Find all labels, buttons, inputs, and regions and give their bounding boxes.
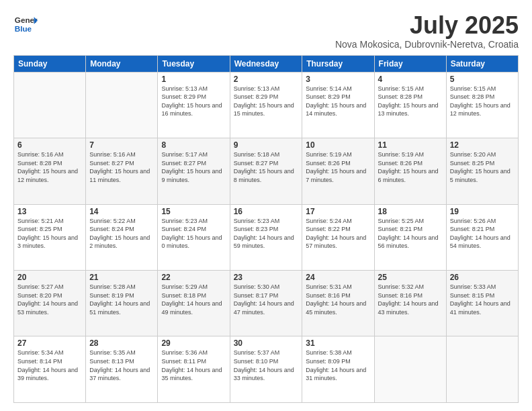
day-info: Sunrise: 5:27 AM Sunset: 8:20 PM Dayligh… — [17, 283, 82, 316]
calendar-cell: 2Sunrise: 5:13 AM Sunset: 8:29 PM Daylig… — [230, 72, 302, 138]
calendar-cell: 28Sunrise: 5:35 AM Sunset: 8:13 PM Dayli… — [86, 336, 158, 403]
calendar-cell: 6Sunrise: 5:16 AM Sunset: 8:28 PM Daylig… — [14, 138, 86, 204]
day-number: 14 — [89, 207, 154, 216]
weekday-header-row: SundayMondayTuesdayWednesdayThursdayFrid… — [14, 55, 519, 72]
day-info: Sunrise: 5:30 AM Sunset: 8:17 PM Dayligh… — [234, 283, 299, 316]
day-info: Sunrise: 5:13 AM Sunset: 8:29 PM Dayligh… — [234, 85, 299, 118]
calendar-cell: 17Sunrise: 5:24 AM Sunset: 8:22 PM Dayli… — [302, 204, 374, 270]
weekday-header-wednesday: Wednesday — [230, 55, 302, 72]
day-info: Sunrise: 5:31 AM Sunset: 8:16 PM Dayligh… — [306, 283, 370, 316]
day-number: 2 — [234, 75, 299, 84]
calendar-cell — [86, 72, 158, 138]
day-info: Sunrise: 5:35 AM Sunset: 8:13 PM Dayligh… — [89, 349, 154, 382]
logo-icon: General Blue — [13, 12, 38, 36]
day-number: 18 — [378, 207, 443, 216]
day-number: 30 — [234, 338, 299, 348]
day-number: 25 — [378, 273, 443, 282]
day-number: 15 — [161, 207, 226, 216]
day-number: 1 — [161, 75, 226, 84]
day-info: Sunrise: 5:29 AM Sunset: 8:18 PM Dayligh… — [161, 283, 226, 316]
day-info: Sunrise: 5:20 AM Sunset: 8:25 PM Dayligh… — [450, 150, 515, 184]
calendar-cell: 11Sunrise: 5:19 AM Sunset: 8:26 PM Dayli… — [374, 138, 446, 204]
calendar-cell: 9Sunrise: 5:18 AM Sunset: 8:27 PM Daylig… — [230, 138, 302, 204]
day-info: Sunrise: 5:16 AM Sunset: 8:27 PM Dayligh… — [89, 150, 154, 184]
day-number: 17 — [306, 207, 370, 216]
day-info: Sunrise: 5:26 AM Sunset: 8:21 PM Dayligh… — [450, 217, 515, 250]
weekday-header-tuesday: Tuesday — [158, 55, 230, 72]
calendar-cell: 16Sunrise: 5:23 AM Sunset: 8:23 PM Dayli… — [230, 204, 302, 270]
weekday-header-saturday: Saturday — [446, 55, 518, 72]
day-number: 5 — [450, 75, 515, 84]
calendar-cell: 19Sunrise: 5:26 AM Sunset: 8:21 PM Dayli… — [446, 204, 518, 270]
day-info: Sunrise: 5:25 AM Sunset: 8:21 PM Dayligh… — [378, 217, 443, 250]
day-info: Sunrise: 5:28 AM Sunset: 8:19 PM Dayligh… — [89, 283, 154, 316]
day-info: Sunrise: 5:33 AM Sunset: 8:15 PM Dayligh… — [450, 283, 515, 316]
day-number: 29 — [161, 338, 226, 348]
calendar-cell: 24Sunrise: 5:31 AM Sunset: 8:16 PM Dayli… — [302, 271, 374, 336]
weekday-header-sunday: Sunday — [14, 55, 86, 72]
calendar-cell: 18Sunrise: 5:25 AM Sunset: 8:21 PM Dayli… — [374, 204, 446, 270]
day-info: Sunrise: 5:18 AM Sunset: 8:27 PM Dayligh… — [234, 150, 299, 184]
day-number: 22 — [161, 273, 226, 282]
calendar-cell — [446, 336, 518, 403]
day-number: 11 — [378, 140, 443, 150]
weekday-header-monday: Monday — [86, 55, 158, 72]
calendar-cell: 15Sunrise: 5:23 AM Sunset: 8:24 PM Dayli… — [158, 204, 230, 270]
calendar-cell: 30Sunrise: 5:37 AM Sunset: 8:10 PM Dayli… — [230, 336, 302, 403]
calendar-cell: 29Sunrise: 5:36 AM Sunset: 8:11 PM Dayli… — [158, 336, 230, 403]
calendar-cell: 14Sunrise: 5:22 AM Sunset: 8:24 PM Dayli… — [86, 204, 158, 270]
calendar-cell: 23Sunrise: 5:30 AM Sunset: 8:17 PM Dayli… — [230, 271, 302, 336]
calendar-cell — [14, 72, 86, 138]
calendar-cell: 22Sunrise: 5:29 AM Sunset: 8:18 PM Dayli… — [158, 271, 230, 336]
day-info: Sunrise: 5:14 AM Sunset: 8:29 PM Dayligh… — [306, 85, 370, 118]
day-info: Sunrise: 5:16 AM Sunset: 8:28 PM Dayligh… — [17, 150, 82, 184]
calendar-cell: 3Sunrise: 5:14 AM Sunset: 8:29 PM Daylig… — [302, 72, 374, 138]
day-number: 24 — [306, 273, 370, 282]
day-number: 23 — [234, 273, 299, 282]
day-number: 12 — [450, 140, 515, 150]
calendar-cell: 10Sunrise: 5:19 AM Sunset: 8:26 PM Dayli… — [302, 138, 374, 204]
day-number: 19 — [450, 207, 515, 216]
day-number: 4 — [378, 75, 443, 84]
calendar-cell: 27Sunrise: 5:34 AM Sunset: 8:14 PM Dayli… — [14, 336, 86, 403]
day-number: 27 — [17, 338, 82, 348]
week-row-5: 27Sunrise: 5:34 AM Sunset: 8:14 PM Dayli… — [14, 336, 519, 403]
title-block: July 2025 Nova Mokosica, Dubrovnik-Neret… — [335, 12, 519, 50]
day-info: Sunrise: 5:23 AM Sunset: 8:23 PM Dayligh… — [234, 217, 299, 250]
day-info: Sunrise: 5:34 AM Sunset: 8:14 PM Dayligh… — [17, 349, 82, 382]
day-number: 20 — [17, 273, 82, 282]
day-number: 7 — [89, 140, 154, 150]
day-info: Sunrise: 5:15 AM Sunset: 8:28 PM Dayligh… — [450, 85, 515, 118]
day-info: Sunrise: 5:23 AM Sunset: 8:24 PM Dayligh… — [161, 217, 226, 250]
calendar-cell: 26Sunrise: 5:33 AM Sunset: 8:15 PM Dayli… — [446, 271, 518, 336]
subtitle: Nova Mokosica, Dubrovnik-Neretva, Croati… — [335, 39, 519, 50]
day-info: Sunrise: 5:32 AM Sunset: 8:16 PM Dayligh… — [378, 283, 443, 316]
day-number: 9 — [234, 140, 299, 150]
day-info: Sunrise: 5:19 AM Sunset: 8:26 PM Dayligh… — [306, 150, 370, 184]
calendar-cell: 5Sunrise: 5:15 AM Sunset: 8:28 PM Daylig… — [446, 72, 518, 138]
calendar-cell: 7Sunrise: 5:16 AM Sunset: 8:27 PM Daylig… — [86, 138, 158, 204]
day-number: 8 — [161, 140, 226, 150]
main-title: July 2025 — [335, 12, 519, 39]
week-row-1: 1Sunrise: 5:13 AM Sunset: 8:29 PM Daylig… — [14, 72, 519, 138]
day-info: Sunrise: 5:38 AM Sunset: 8:09 PM Dayligh… — [306, 349, 370, 382]
calendar-cell — [374, 336, 446, 403]
calendar-cell: 21Sunrise: 5:28 AM Sunset: 8:19 PM Dayli… — [86, 271, 158, 336]
header: General Blue July 2025 Nova Mokosica, Du… — [13, 12, 519, 50]
day-info: Sunrise: 5:13 AM Sunset: 8:29 PM Dayligh… — [161, 85, 226, 118]
calendar-cell: 13Sunrise: 5:21 AM Sunset: 8:25 PM Dayli… — [14, 204, 86, 270]
day-number: 10 — [306, 140, 370, 150]
day-info: Sunrise: 5:37 AM Sunset: 8:10 PM Dayligh… — [234, 349, 299, 382]
day-number: 6 — [17, 140, 82, 150]
week-row-2: 6Sunrise: 5:16 AM Sunset: 8:28 PM Daylig… — [14, 138, 519, 204]
day-number: 3 — [306, 75, 370, 84]
weekday-header-friday: Friday — [374, 55, 446, 72]
day-info: Sunrise: 5:36 AM Sunset: 8:11 PM Dayligh… — [161, 349, 226, 382]
calendar: SundayMondayTuesdayWednesdayThursdayFrid… — [13, 55, 519, 403]
day-number: 16 — [234, 207, 299, 216]
logo: General Blue — [13, 12, 38, 36]
week-row-3: 13Sunrise: 5:21 AM Sunset: 8:25 PM Dayli… — [14, 204, 519, 270]
week-row-4: 20Sunrise: 5:27 AM Sunset: 8:20 PM Dayli… — [14, 271, 519, 336]
day-number: 28 — [89, 338, 154, 348]
day-number: 31 — [306, 338, 370, 348]
